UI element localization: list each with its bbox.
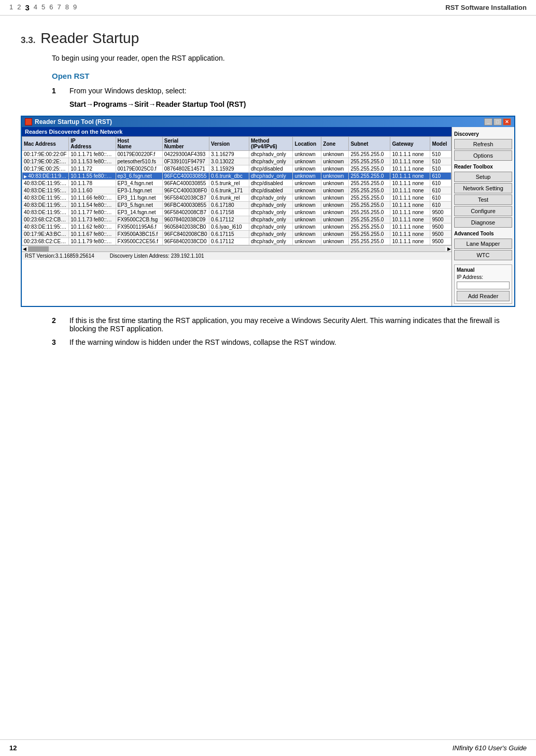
configure-button[interactable]: Configure <box>454 206 512 216</box>
page-num-1[interactable]: 1 <box>9 3 13 12</box>
table-row[interactable]: ▶ 40:83:DE:11:95:9610.1.1.55 fe80::4283:… <box>22 173 452 180</box>
section-title: Reader Startup <box>40 30 139 47</box>
ip-address-input[interactable] <box>457 282 510 289</box>
rst-discovery-address: Discovery Listen Address: 239.192.1.101 <box>110 253 204 259</box>
step-2-number: 2 <box>52 316 61 333</box>
table-cell: 255.255.255.0 <box>349 165 390 173</box>
diagnose-button[interactable]: Diagnose <box>454 217 512 228</box>
page-num-2[interactable]: 2 <box>17 3 21 12</box>
table-cell: unknown <box>293 187 321 194</box>
refresh-button[interactable]: Refresh <box>454 139 512 149</box>
rst-window: Reader Startup Tool (RST) _ □ ✕ Readers … <box>21 116 515 307</box>
table-row[interactable]: 00:17:9E:00:22:0F10.1.1.71 fe80::217:9ef… <box>22 151 452 158</box>
table-cell: dhcp/disabled <box>249 187 292 194</box>
page-num-4[interactable]: 4 <box>34 3 37 12</box>
table-cell: 0.6.trunk_dbc <box>209 173 249 180</box>
table-cell: 9500 <box>430 238 452 245</box>
table-cell: 40:83:DE:11:95:A6 <box>22 223 69 231</box>
table-cell: 0.6.17180 <box>209 202 249 209</box>
table-row[interactable]: 40:83:DE:11:95:A610.1.1.62 fe80::4283:de… <box>22 223 452 231</box>
table-cell: dhcp/radv_only <box>249 173 292 180</box>
table-cell: unknown <box>321 216 349 223</box>
table-row[interactable]: 40:83:DE:11:95:9B10.1.1.66 fe80::4283:de… <box>22 194 452 202</box>
table-row[interactable]: 00:17:9E:A3:BC:1510.1.1.67 fe80::217:9ef… <box>22 231 452 238</box>
col-gateway: Gateway <box>390 137 430 151</box>
table-cell: 9500 <box>430 223 452 231</box>
page-footer: 12 INfinity 610 User's Guide <box>0 739 536 756</box>
rst-scrollbar-track[interactable] <box>28 246 445 251</box>
table-row[interactable]: 40:83:DE:11:95:9E10.1.1.77 fe80::4283:de… <box>22 209 452 216</box>
rst-horizontal-scrollbar[interactable]: ◀ ▶ <box>22 245 452 251</box>
table-cell: 00179E0025C0.f <box>116 165 162 173</box>
table-cell: 10.1.1.71 fe80::217:9eff:f <box>69 151 116 158</box>
col-location: Location <box>293 137 321 151</box>
table-cell: 255.255.255.0 <box>349 158 390 165</box>
page-num-3[interactable]: 3 <box>25 3 29 12</box>
page-num-5[interactable]: 5 <box>41 3 45 12</box>
table-cell: 96F68402038CD0 <box>162 238 209 245</box>
table-cell: 00:17:9E:00:22:0F <box>22 151 69 158</box>
table-row[interactable]: 40:83:DE:11:95:9110.1.1.60EP3-1.fsgn.net… <box>22 187 452 194</box>
table-cell: 255.255.255.0 <box>349 223 390 231</box>
page-num-9[interactable]: 9 <box>73 3 77 12</box>
table-cell: 40:83:DE:11:95:9E <box>22 209 69 216</box>
col-host: HostName <box>116 137 162 151</box>
table-cell: 40:83:DE:11:95:94 <box>22 180 69 187</box>
table-cell: unknown <box>293 216 321 223</box>
minimize-button[interactable]: _ <box>484 118 492 125</box>
page-num-8[interactable]: 8 <box>65 3 69 12</box>
table-row[interactable]: 40:83:DE:11:95:9510.1.1.54 fe80::4283:de… <box>22 202 452 209</box>
rst-window-controls[interactable]: _ □ ✕ <box>484 118 511 125</box>
open-rst-subheading: Open RST <box>52 72 515 80</box>
page-num-6[interactable]: 6 <box>49 3 53 12</box>
table-row[interactable]: 00:17:9E:00:2E:0A10.1.1.53 fe80::217:9ef… <box>22 158 452 165</box>
rst-table-scroll[interactable]: Mac Address IPAddress HostName SerialNum… <box>22 136 452 245</box>
table-cell: dhcp/radv_only <box>249 209 292 216</box>
rst-table-header: Readers Discovered on the Network <box>22 127 452 136</box>
table-cell: FX9500A3BC15.f <box>116 231 162 238</box>
table-cell: 610 <box>430 194 452 202</box>
restore-button[interactable]: □ <box>493 118 502 125</box>
table-cell: 255.255.255.0 <box>349 180 390 187</box>
table-cell: 00:23:68:C2:CE:56 <box>22 238 69 245</box>
lane-mapper-button[interactable]: Lane Mapper <box>454 239 512 249</box>
scroll-left-btn[interactable]: ◀ <box>22 246 27 251</box>
rst-body: Readers Discovered on the Network Mac Ad… <box>22 127 514 306</box>
table-cell: 10.1.1.79 fe80::223:68ff:f <box>69 238 116 245</box>
page-header: 1 2 3 4 5 6 7 8 9 RST Software Installat… <box>0 0 536 16</box>
table-cell: unknown <box>321 238 349 245</box>
rst-app-icon <box>25 118 32 125</box>
wtc-button[interactable]: WTC <box>454 250 512 260</box>
setup-button[interactable]: Setup <box>454 172 512 182</box>
table-cell: EP3_11.fsgn.net <box>116 194 162 202</box>
options-button[interactable]: Options <box>454 150 512 161</box>
table-cell: EP3-1.fsgn.net <box>116 187 162 194</box>
table-cell: 40:83:DE:11:95:9B <box>22 194 69 202</box>
network-setting-button[interactable]: Network Setting <box>454 183 512 193</box>
rst-scrollbar-thumb[interactable] <box>28 246 49 251</box>
table-cell: FX9500C2CE56.f <box>116 238 162 245</box>
table-cell: 10.1.1.1 none <box>390 187 430 194</box>
add-reader-button[interactable]: Add Reader <box>457 291 510 301</box>
step-1-number: 1 <box>52 87 61 95</box>
table-row[interactable]: 00:23:68:C2:CB:F510.1.1.73 fe80::2368:fF… <box>22 216 452 223</box>
table-row[interactable]: 40:83:DE:11:95:9410.1.1.78EP3_4.fsgn.net… <box>22 180 452 187</box>
col-ip: IPAddress <box>69 137 116 151</box>
table-cell: 00179E00220F.f <box>116 151 162 158</box>
table-cell: 3.1.15929 <box>209 165 249 173</box>
table-cell: unknown <box>321 209 349 216</box>
table-cell: 96F58402038CB7 <box>162 194 209 202</box>
page-num-7[interactable]: 7 <box>58 3 61 12</box>
scroll-right-btn[interactable]: ▶ <box>446 246 452 251</box>
table-cell: 3.0.13022 <box>209 158 249 165</box>
table-row[interactable]: 00:17:9E:00:25:C010.1.1.7200179E0025C0.f… <box>22 165 452 173</box>
test-button[interactable]: Test <box>454 194 512 205</box>
table-cell: 10.1.1.77 fe80::4283:deff <box>69 209 116 216</box>
table-cell: 40:83:DE:11:95:91 <box>22 187 69 194</box>
step-3-text: If the warning window is hidden under th… <box>69 338 336 346</box>
table-row[interactable]: 00:23:68:C2:CE:5610.1.1.79 fe80::223:68f… <box>22 238 452 245</box>
section-title-header: RST Software Installation <box>445 4 527 11</box>
close-button[interactable]: ✕ <box>503 118 511 125</box>
table-cell: unknown <box>293 173 321 180</box>
step-1: 1 From your Windows desktop, select: <box>52 87 515 95</box>
